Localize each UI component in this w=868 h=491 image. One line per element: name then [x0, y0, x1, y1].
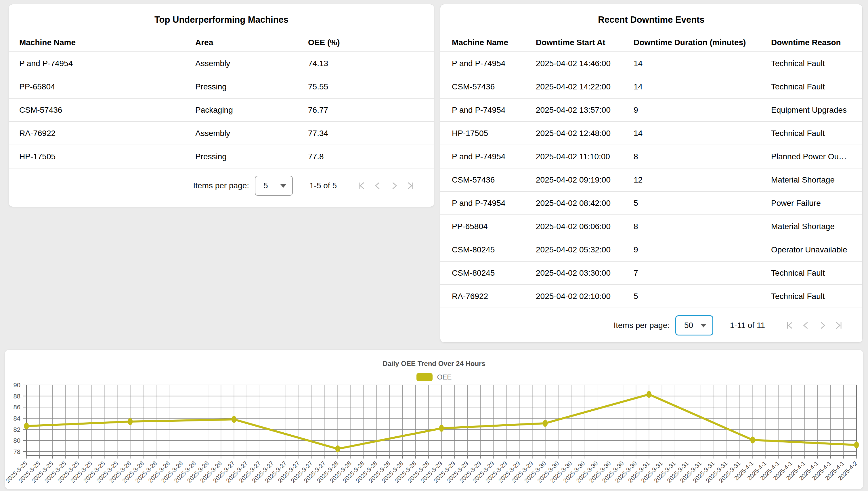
column-header-machine-name: Machine Name [452, 38, 536, 47]
table-cell: Packaging [195, 106, 308, 115]
table-cell: P and P-74954 [19, 59, 195, 68]
dropdown-arrow-icon [700, 324, 707, 327]
table-cell: 2025-04-02 05:32:00 [536, 245, 634, 254]
table-cell: Technical Fault [771, 129, 851, 138]
next-page-button[interactable] [814, 318, 830, 333]
last-page-button[interactable] [402, 178, 418, 194]
table-row: P and P-749542025-04-02 11:10:008Planned… [440, 145, 862, 169]
first-page-icon [784, 320, 796, 331]
table-row: P and P-749542025-04-02 13:57:009Equipme… [440, 98, 862, 122]
table-cell: HP-17505 [19, 152, 195, 161]
table-cell: 2025-04-02 14:46:00 [536, 59, 634, 68]
paginator: Items per page: 5 1-5 of 5 [9, 174, 434, 198]
table-cell: 14 [634, 59, 771, 68]
chevron-left-icon [801, 320, 812, 331]
page-size-value: 5 [263, 181, 268, 190]
table-cell: RA-76922 [19, 129, 195, 138]
table-row: HP-175052025-04-02 12:48:0014Technical F… [440, 122, 862, 145]
table-row: HP-17505Pressing77.8 [9, 145, 434, 169]
svg-text:86: 86 [13, 404, 21, 411]
table-cell: 2025-04-02 11:10:00 [536, 152, 634, 161]
dropdown-arrow-icon [280, 184, 286, 188]
page-size-select[interactable]: 5 [255, 176, 293, 196]
table-cell: 75.55 [308, 82, 424, 91]
paginator-nav [354, 178, 418, 194]
page-size-value: 50 [684, 321, 693, 330]
page-size-select[interactable]: 50 [675, 315, 713, 336]
dashboard-page: { "left_table": { "title": "Top Underper… [0, 0, 868, 491]
table-cell: CSM-80245 [452, 268, 536, 278]
first-page-button[interactable] [782, 318, 798, 333]
first-page-button[interactable] [354, 178, 370, 194]
table-cell: 5 [634, 199, 771, 208]
table-cell: Planned Power Outage [771, 152, 851, 161]
column-header-oee: OEE (%) [308, 38, 424, 47]
table-cell: Technical Fault [771, 82, 851, 91]
table-cell: 77.34 [308, 129, 424, 138]
chart-legend: OEE [5, 373, 863, 381]
table-cell: 2025-04-02 02:10:00 [536, 292, 634, 301]
table-row: CSM-802452025-04-02 03:30:007Technical F… [440, 262, 862, 285]
next-page-button[interactable] [386, 178, 402, 194]
legend-label: OEE [437, 373, 452, 381]
table-cell: 9 [634, 245, 771, 254]
table-row: CSM-57436Packaging76.77 [9, 98, 434, 122]
page-range-label: 1-11 of 11 [730, 321, 765, 330]
recent-downtime-events-card: Recent Downtime Events Machine Name Down… [440, 4, 863, 343]
table-cell: 7 [634, 268, 771, 278]
table-cell: 77.8 [308, 152, 424, 161]
table-row: RA-76922Assembly77.34 [9, 122, 434, 145]
table-cell: HP-17505 [452, 129, 536, 138]
card-title: Recent Downtime Events [440, 15, 862, 25]
chevron-right-icon [388, 180, 400, 192]
table-cell: Pressing [195, 152, 308, 161]
daily-oee-trend-card: Daily OEE Trend Over 24 Hours OEE 2025-3… [5, 350, 863, 489]
table-cell: PP-65804 [452, 222, 536, 231]
page-range-label: 1-5 of 5 [309, 181, 337, 190]
table-cell: 2025-04-02 06:06:00 [536, 222, 634, 231]
table-cell: Pressing [195, 82, 308, 91]
table-cell: Equipment Upgrades [771, 106, 851, 115]
table-cell: Technical Fault [771, 268, 851, 278]
table-cell: 14 [634, 129, 771, 138]
previous-page-button[interactable] [799, 318, 814, 333]
last-page-button[interactable] [831, 318, 846, 333]
table-row: RA-769222025-04-02 02:10:005Technical Fa… [440, 285, 862, 308]
last-page-icon [404, 180, 416, 192]
table-cell: 5 [634, 292, 771, 301]
card-title: Top Underperforming Machines [9, 15, 434, 25]
previous-page-button[interactable] [370, 178, 386, 194]
table-cell: 2025-04-02 08:42:00 [536, 199, 634, 208]
chevron-right-icon [816, 320, 828, 331]
table-cell: Operator Unavailable [771, 245, 851, 254]
table-body: P and P-74954Assembly74.13PP-65804Pressi… [9, 52, 434, 169]
chevron-left-icon [372, 180, 384, 192]
chart-title: Daily OEE Trend Over 24 Hours [5, 359, 863, 368]
table-header-row: Machine Name Downtime Start At Downtime … [440, 34, 862, 52]
column-header-downtime-start: Downtime Start At [536, 38, 634, 47]
table-row: PP-65804Pressing75.55 [9, 75, 434, 98]
top-underperforming-machines-card: Top Underperforming Machines Machine Nam… [9, 4, 434, 207]
table-cell: 9 [634, 106, 771, 115]
legend-item-oee[interactable]: OEE [416, 373, 452, 381]
svg-text:80: 80 [13, 437, 21, 444]
column-header-downtime-reason: Downtime Reason [771, 38, 851, 47]
table-cell: 2025-04-02 13:57:00 [536, 106, 634, 115]
table-row: P and P-74954Assembly74.13 [9, 52, 434, 75]
table-row: CSM-802452025-04-02 05:32:009Operator Un… [440, 238, 862, 262]
table-cell: 2025-04-02 09:19:00 [536, 175, 634, 184]
table-cell: P and P-74954 [452, 152, 536, 161]
table-cell: 14 [634, 82, 771, 91]
table-row: PP-658042025-04-02 06:06:008Material Sho… [440, 215, 862, 238]
table-row: CSM-574362025-04-02 14:22:0014Technical … [440, 75, 862, 98]
items-per-page-label: Items per page: [613, 321, 670, 330]
svg-text:78: 78 [13, 448, 21, 455]
table-cell: PP-65804 [19, 82, 195, 91]
table-cell: 8 [634, 152, 771, 161]
table-cell: CSM-57436 [19, 106, 195, 115]
table-cell: 2025-04-02 03:30:00 [536, 268, 634, 278]
legend-swatch-oee [416, 373, 432, 381]
table-cell: P and P-74954 [452, 106, 536, 115]
table-cell: Power Failure [771, 199, 851, 208]
svg-text:90: 90 [13, 383, 21, 389]
